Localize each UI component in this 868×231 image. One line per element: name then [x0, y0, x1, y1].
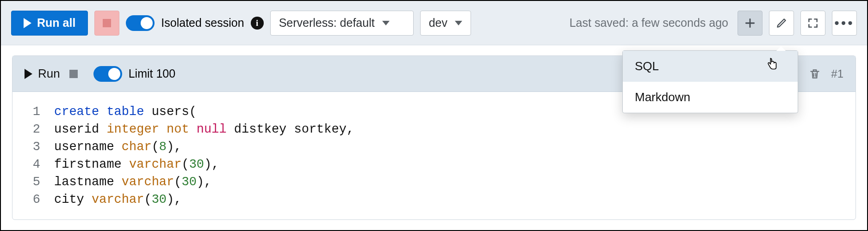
isolated-session-toggle[interactable] — [126, 15, 155, 31]
run-all-button[interactable]: Run all — [11, 11, 88, 36]
fullscreen-button[interactable] — [800, 11, 825, 36]
stop-icon — [69, 70, 78, 78]
play-icon — [25, 69, 32, 79]
run-all-label: Run all — [37, 16, 75, 30]
stop-cell-button[interactable] — [69, 70, 78, 78]
last-saved-status: Last saved: a few seconds ago — [570, 16, 728, 30]
menu-item-label: Markdown — [635, 90, 690, 104]
line-number: 5 — [12, 173, 54, 191]
pencil-icon — [775, 17, 787, 29]
chevron-down-icon — [382, 21, 390, 25]
line-number: 2 — [12, 121, 54, 138]
database-select-value: dev — [429, 16, 447, 30]
play-icon — [24, 18, 31, 28]
line-number: 4 — [12, 156, 54, 173]
add-cell-menu: SQL Markdown — [622, 50, 798, 113]
stop-icon — [103, 19, 111, 27]
add-cell-menu-item-markdown[interactable]: Markdown — [623, 82, 798, 113]
line-number: 6 — [12, 191, 54, 208]
limit-toggle[interactable] — [93, 66, 122, 82]
isolated-session-toggle-group: Isolated session i — [126, 15, 263, 31]
run-cell-label: Run — [38, 67, 60, 81]
database-select[interactable]: dev — [420, 11, 471, 36]
code-line: 3username char(8), — [12, 138, 856, 156]
isolated-session-label: Isolated session — [161, 16, 244, 30]
more-actions-button[interactable]: ••• — [832, 11, 857, 36]
info-icon[interactable]: i — [251, 17, 264, 30]
line-number: 3 — [12, 138, 54, 156]
stop-all-button[interactable] — [94, 11, 119, 36]
code-line: 4firstname varchar(30), — [12, 156, 856, 173]
add-cell-menu-item-sql[interactable]: SQL — [623, 51, 798, 82]
code-line: 2userid integer not null distkey sortkey… — [12, 121, 856, 138]
add-cell-button[interactable] — [738, 11, 763, 36]
trash-icon[interactable] — [809, 67, 821, 80]
line-content: userid integer not null distkey sortkey, — [54, 121, 354, 138]
notebook-toolbar: Run all Isolated session i Serverless: d… — [1, 1, 867, 45]
connection-select-value: Serverless: default — [279, 16, 375, 30]
expand-icon — [807, 17, 819, 29]
menu-item-label: SQL — [635, 59, 659, 73]
cell-index: #1 — [831, 67, 843, 80]
line-content: create table users( — [54, 103, 197, 121]
run-cell-button[interactable]: Run — [25, 67, 60, 81]
cursor-hand-icon — [765, 57, 779, 73]
code-line: 6city varchar(30), — [12, 191, 856, 208]
limit-toggle-group: Limit 100 — [93, 66, 175, 82]
line-content: lastname varchar(30), — [54, 173, 211, 191]
line-content: firstname varchar(30), — [54, 156, 219, 173]
code-line: 5lastname varchar(30), — [12, 173, 856, 191]
ellipsis-icon: ••• — [834, 16, 855, 30]
plus-icon — [744, 17, 756, 29]
connection-select[interactable]: Serverless: default — [270, 11, 414, 36]
edit-button[interactable] — [769, 11, 794, 36]
line-content: username char(8), — [54, 138, 181, 156]
limit-label: Limit 100 — [129, 67, 175, 80]
chevron-down-icon — [455, 21, 462, 25]
line-content: city varchar(30), — [54, 191, 181, 208]
line-number: 1 — [12, 103, 54, 121]
